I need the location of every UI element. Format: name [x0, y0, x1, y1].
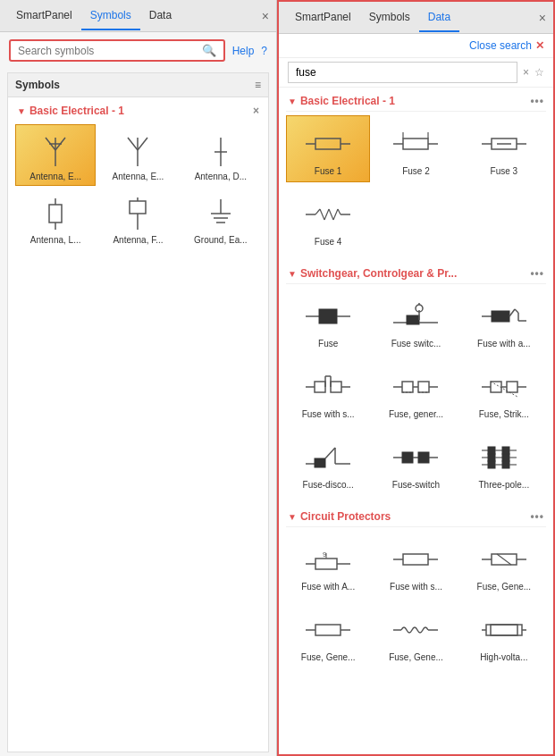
category-menu-icon[interactable]: ••• [530, 510, 544, 523]
list-item[interactable]: Fuse with a... [462, 288, 546, 355]
svg-rect-73 [507, 382, 517, 392]
left-search-bar: 🔍 Help ? [0, 32, 276, 69]
list-item[interactable]: Fuse, Gene... [462, 531, 546, 598]
list-item[interactable]: Antenna, F... [97, 188, 178, 249]
list-item[interactable]: Fuse, Strik... [462, 358, 546, 425]
right-panel-close-button[interactable]: × [539, 11, 546, 25]
left-category-header: ▼ Basic Electrical - 1 × [12, 101, 265, 121]
category-close-icon[interactable]: × [253, 105, 259, 117]
list-item[interactable]: Fuse 4 [286, 186, 370, 253]
svg-rect-11 [49, 205, 62, 223]
list-item[interactable]: Three-pole... [462, 429, 546, 496]
symbol-icon [113, 129, 163, 172]
help-question-icon: ? [261, 45, 267, 57]
tab-symbols-right[interactable]: Symbols [360, 4, 419, 32]
svg-rect-51 [492, 311, 509, 322]
list-item[interactable]: Fuse switc... [374, 288, 458, 355]
symbol-label: Fuse [292, 339, 364, 349]
right-search-input[interactable] [288, 62, 517, 83]
symbol-icon [389, 294, 442, 339]
symbol-icon [389, 608, 442, 652]
svg-rect-77 [315, 458, 325, 467]
tab-data-left[interactable]: Data [140, 2, 181, 30]
list-item[interactable]: Fuse [286, 288, 370, 355]
search-box: 🔍 [9, 39, 225, 62]
list-item[interactable]: Fuse, gener... [374, 358, 458, 425]
symbol-icon [477, 608, 531, 652]
list-item[interactable]: Fuse 2 [374, 115, 458, 182]
list-item[interactable]: Fuse 1 [286, 115, 370, 182]
symbol-icon [301, 435, 355, 480]
symbol-label: Ground, Ea... [189, 235, 252, 245]
list-item[interactable]: Fuse 3 [462, 115, 546, 182]
tab-smartpanel-left[interactable]: SmartPanel [7, 2, 81, 30]
category-menu-icon[interactable]: ••• [530, 95, 544, 107]
category-name: Basic Electrical - 1 [300, 95, 395, 107]
symbol-label: Fuse, gener... [380, 409, 451, 419]
svg-rect-107 [403, 554, 428, 565]
results-content: ▼ Basic Electrical - 1 ••• Fuse 1 [279, 88, 553, 754]
help-link[interactable]: Help [232, 45, 255, 57]
close-search-link[interactable]: Close search ✕ [469, 39, 544, 52]
result-category-header: ▼ Basic Electrical - 1 ••• [286, 91, 546, 112]
symbols-panel-title: Symbols [15, 79, 60, 91]
list-item[interactable]: Fuse, Gene... [286, 601, 370, 668]
list-item[interactable]: Fuse-switch [374, 429, 458, 496]
list-item[interactable]: Fuse with s... [286, 358, 370, 425]
favorite-icon[interactable]: ☆ [534, 66, 544, 79]
right-panel: SmartPanel Symbols Data × Close search ✕… [277, 0, 555, 756]
tab-symbols-left[interactable]: Symbols [81, 2, 140, 30]
list-item[interactable]: Fuse with s... [374, 531, 458, 598]
svg-rect-102 [315, 559, 337, 569]
circuit-protectors-grid: 9 Fuse with A... Fuse [286, 531, 546, 668]
svg-line-112 [497, 554, 511, 565]
category-menu-icon[interactable]: ••• [530, 267, 544, 280]
list-item[interactable]: Fuse-disco... [286, 429, 370, 496]
result-category-header: ▼ Switchgear, Controlgear & Pr... ••• [286, 264, 546, 284]
left-panel: SmartPanel Symbols Data × 🔍 Help ? Symbo… [0, 0, 277, 756]
svg-rect-66 [418, 382, 429, 392]
list-item[interactable]: Antenna, E... [15, 124, 96, 186]
list-item[interactable]: Antenna, D... [181, 124, 261, 186]
svg-rect-114 [315, 625, 341, 635]
list-item[interactable]: Fuse, Gene... [374, 601, 458, 668]
tab-smartpanel-right[interactable]: SmartPanel [286, 4, 360, 32]
symbol-label: Antenna, L... [24, 235, 87, 245]
svg-rect-94 [502, 454, 509, 461]
svg-rect-22 [315, 139, 341, 149]
symbol-label: Fuse, Gene... [380, 652, 451, 662]
result-category-switchgear: ▼ Switchgear, Controlgear & Pr... ••• Fu… [286, 264, 546, 496]
clear-search-icon[interactable]: × [523, 66, 529, 79]
symbol-label: Fuse with s... [380, 582, 451, 592]
symbol-icon [113, 192, 163, 235]
svg-rect-15 [130, 201, 146, 214]
list-item[interactable]: Antenna, E... [97, 124, 178, 186]
symbol-label: Fuse, Strik... [468, 409, 540, 419]
category-expand-icon: ▼ [288, 97, 297, 106]
svg-rect-89 [502, 447, 509, 454]
symbols-panel: Symbols ≡ ▼ Basic Electrical - 1 × [7, 72, 269, 752]
symbol-label: High-volta... [468, 652, 540, 662]
symbol-icon [389, 122, 442, 166]
symbol-label: Antenna, E... [106, 172, 169, 181]
close-search-label: Close search [469, 39, 532, 52]
category-arrow-icon: ▼ [17, 106, 26, 116]
symbol-icon [389, 537, 442, 582]
symbol-label: Antenna, F... [106, 235, 169, 245]
left-panel-close-button[interactable]: × [262, 9, 269, 23]
symbol-icon [301, 365, 355, 409]
list-item[interactable]: Ground, Ea... [181, 188, 261, 249]
close-search-x-icon: ✕ [535, 39, 544, 52]
search-input[interactable] [18, 45, 198, 57]
symbols-menu-icon[interactable]: ≡ [255, 79, 261, 91]
symbol-label: Fuse-switch [380, 480, 451, 490]
list-item[interactable]: Antenna, L... [15, 188, 96, 249]
list-item[interactable]: High-volta... [462, 601, 546, 668]
svg-line-35 [320, 209, 324, 220]
tab-data-right[interactable]: Data [419, 4, 459, 32]
svg-line-53 [515, 309, 518, 313]
category-expand-icon: ▼ [288, 512, 297, 522]
symbol-icon [301, 608, 355, 652]
list-item[interactable]: 9 Fuse with A... [286, 531, 370, 598]
symbol-label: Antenna, E... [24, 172, 87, 181]
